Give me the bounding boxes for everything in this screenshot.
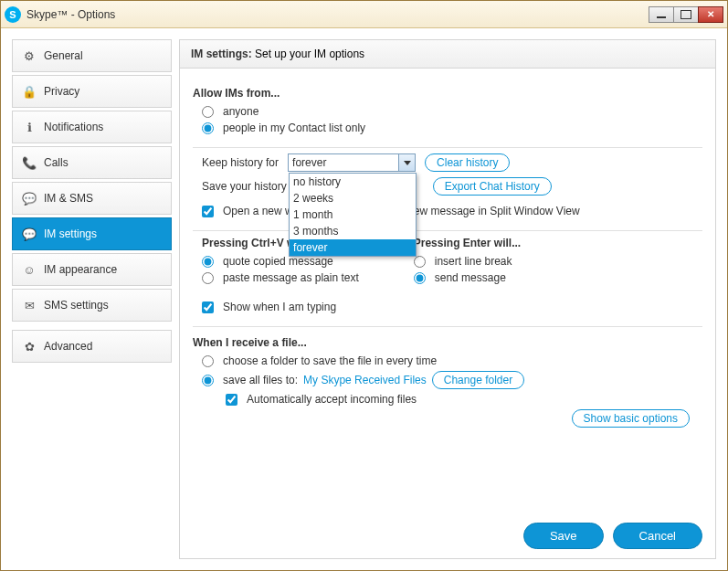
sidebar-item-label: SMS settings	[44, 299, 109, 312]
auto-accept-checkbox[interactable]: Automatically accept incoming files	[226, 393, 702, 406]
sidebar-item-calls[interactable]: 📞Calls	[12, 146, 172, 179]
receive-choose-radio[interactable]: choose a folder to save the file in ever…	[202, 354, 702, 367]
history-option-none[interactable]: no history	[290, 174, 416, 190]
smiley-icon: ☺	[22, 262, 37, 277]
keep-history-select[interactable]: forever no history 2 weeks 1 month 3 mon…	[288, 153, 416, 172]
sidebar-item-advanced[interactable]: ✿Advanced	[12, 330, 172, 363]
enter-send-radio[interactable]: send message	[414, 271, 521, 284]
window-close-button[interactable]	[698, 6, 723, 23]
dialog-footer: Save Cancel	[180, 513, 715, 558]
allow-anyone-label: anyone	[223, 105, 258, 118]
history-option-3months[interactable]: 3 months	[290, 223, 416, 239]
show-typing-label: Show when I am typing	[223, 301, 336, 313]
sidebar-item-label: Privacy	[44, 85, 79, 98]
keep-history-dropdown: no history 2 weeks 1 month 3 months fore…	[289, 173, 417, 257]
sidebar-item-label: Calls	[44, 156, 69, 169]
advanced-icon: ✿	[22, 339, 37, 354]
received-files-folder-link[interactable]: My Skype Received Files	[303, 374, 427, 386]
chevron-down-icon	[398, 154, 415, 171]
export-chat-history-button[interactable]: Export Chat History	[433, 177, 552, 196]
sidebar-item-im-settings[interactable]: 💬IM settings	[12, 217, 172, 250]
history-option-forever[interactable]: forever	[290, 239, 416, 256]
sidebar-item-privacy[interactable]: 🔒Privacy	[12, 75, 172, 108]
sidebar-item-general[interactable]: ⚙General	[12, 39, 172, 72]
skype-logo-icon: S	[5, 6, 21, 23]
history-option-2weeks[interactable]: 2 weeks	[290, 190, 416, 206]
sidebar-item-label: IM appearance	[44, 263, 117, 276]
lock-icon: 🔒	[22, 84, 37, 99]
ctrlv-quote-label: quote copied message	[223, 255, 333, 268]
chat-icon: 💬	[22, 191, 37, 206]
save-button[interactable]: Save	[523, 523, 604, 549]
sidebar-item-label: General	[44, 49, 83, 62]
sidebar-item-im-appearance[interactable]: ☺IM appearance	[12, 253, 172, 286]
window-minimize-button[interactable]	[649, 6, 674, 23]
panel-subtitle: Set up your IM options	[255, 48, 364, 60]
panel-header: IM settings: Set up your IM options	[180, 40, 715, 69]
titlebar: S Skype™ - Options	[1, 1, 727, 28]
sidebar-item-im-sms[interactable]: 💬IM & SMS	[12, 182, 172, 215]
panel-title: IM settings:	[191, 48, 252, 60]
receive-saveall-label: save all files to:	[223, 374, 298, 386]
receive-choose-label: choose a folder to save the file in ever…	[223, 354, 437, 367]
sidebar-item-label: IM & SMS	[44, 192, 93, 205]
window-title: Skype™ - Options	[26, 8, 115, 21]
enter-linebreak-radio[interactable]: insert line break	[414, 255, 521, 268]
keep-history-label: Keep history for	[202, 156, 279, 169]
change-folder-button[interactable]: Change folder	[432, 371, 524, 389]
cancel-button[interactable]: Cancel	[613, 523, 702, 549]
window-maximize-button[interactable]	[673, 6, 699, 23]
save-history-label: Save your history	[202, 180, 287, 193]
split-window-checkbox[interactable]: Open a new window when I receive a new m…	[202, 205, 702, 217]
keep-history-value: forever	[292, 156, 326, 169]
sms-icon: ✉	[22, 298, 37, 312]
allow-anyone-radio[interactable]: anyone	[202, 105, 702, 118]
sidebar-item-label: Notifications	[44, 121, 103, 133]
enter-send-label: send message	[435, 271, 506, 284]
allow-contacts-radio[interactable]: people in my Contact list only	[202, 122, 702, 134]
sidebar-item-sms-settings[interactable]: ✉SMS settings	[12, 289, 172, 322]
receive-saveall-radio[interactable]: save all files to:	[202, 374, 298, 386]
enter-heading: Pressing Enter will...	[414, 237, 521, 249]
phone-icon: 📞	[22, 155, 37, 170]
show-typing-checkbox[interactable]: Show when I am typing	[202, 301, 702, 313]
history-option-1month[interactable]: 1 month	[290, 206, 416, 223]
auto-accept-label: Automatically accept incoming files	[247, 393, 417, 406]
ctrlv-plain-label: paste message as plain text	[223, 271, 359, 284]
info-icon: ℹ	[22, 120, 37, 134]
sidebar-item-label: IM settings	[44, 227, 97, 240]
ctrlv-plain-radio[interactable]: paste message as plain text	[202, 271, 359, 284]
receive-file-heading: When I receive a file...	[193, 336, 702, 349]
enter-linebreak-label: insert line break	[435, 255, 512, 268]
gear-icon: ⚙	[22, 48, 37, 63]
show-basic-options-button[interactable]: Show basic options	[572, 409, 690, 428]
sidebar: ⚙General 🔒Privacy ℹNotifications 📞Calls …	[12, 39, 172, 559]
allow-ims-heading: Allow IMs from...	[193, 87, 702, 100]
sidebar-item-notifications[interactable]: ℹNotifications	[12, 111, 172, 143]
allow-contacts-label: people in my Contact list only	[223, 122, 365, 134]
sidebar-item-label: Advanced	[44, 340, 92, 353]
clear-history-button[interactable]: Clear history	[425, 153, 510, 172]
chat-settings-icon: 💬	[22, 227, 37, 241]
ctrlv-quote-radio[interactable]: quote copied message	[202, 255, 359, 268]
